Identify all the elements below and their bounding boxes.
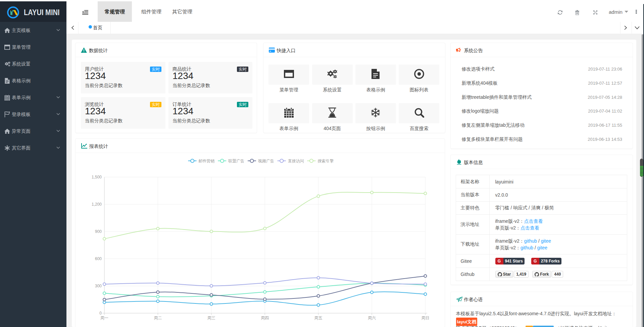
- svg-text:周三: 周三: [207, 316, 215, 320]
- svg-text:周日: 周日: [421, 316, 429, 320]
- svg-text:900: 900: [95, 229, 102, 234]
- svg-text:搜索引擎: 搜索引擎: [317, 158, 334, 163]
- svg-text:周五: 周五: [314, 316, 323, 320]
- svg-text:300: 300: [95, 283, 102, 288]
- svg-text:视频广告: 视频广告: [258, 158, 274, 163]
- svg-text:直接访问: 直接访问: [288, 158, 304, 163]
- svg-text:邮件营销: 邮件营销: [199, 158, 215, 163]
- svg-text:联盟广告: 联盟广告: [228, 158, 244, 163]
- svg-text:周二: 周二: [154, 316, 162, 320]
- svg-text:周六: 周六: [368, 316, 376, 320]
- svg-text:周四: 周四: [261, 316, 269, 320]
- svg-text:周一: 周一: [100, 316, 108, 320]
- svg-text:0: 0: [99, 311, 102, 315]
- svg-text:600: 600: [95, 256, 102, 261]
- svg-text:1,500: 1,500: [92, 174, 102, 179]
- svg-text:1,200: 1,200: [92, 202, 102, 206]
